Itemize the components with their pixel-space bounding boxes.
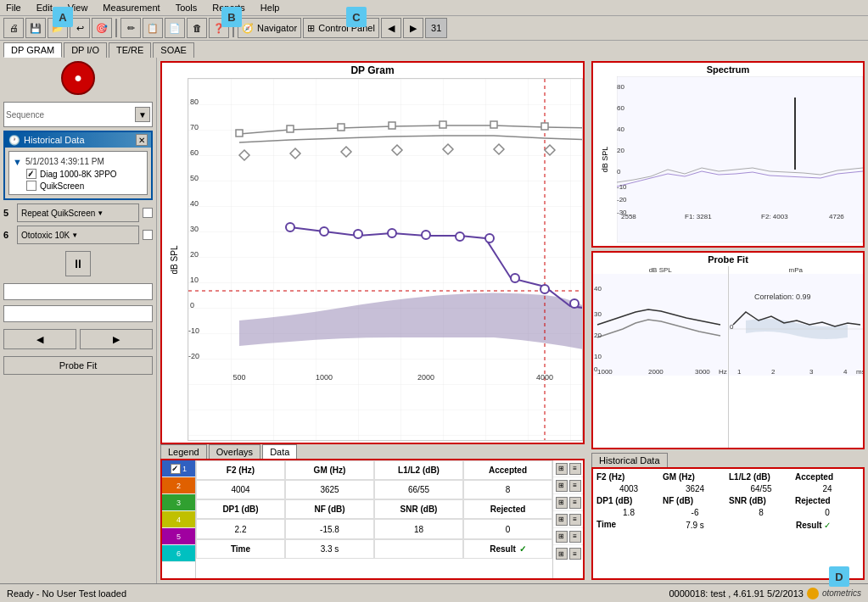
menu-file[interactable]: File	[3, 2, 24, 14]
small-action-2[interactable]: ▶	[80, 329, 153, 349]
menu-measurement[interactable]: Measurement	[100, 2, 162, 14]
color-num-4: 4	[176, 516, 181, 524]
hdt-time-label: Time	[596, 520, 661, 531]
sequence-label: Sequence	[6, 110, 44, 120]
sequence-expand[interactable]: ▼	[135, 107, 150, 122]
y-tick-n20: -20	[188, 352, 199, 360]
menu-help[interactable]: Help	[258, 2, 283, 14]
x-tick-500: 500	[232, 373, 245, 382]
dt-icon-grid-4[interactable]: ⊞	[556, 514, 568, 526]
input-field-2[interactable]	[3, 305, 153, 322]
input-field-1[interactable]	[3, 283, 153, 300]
pf-r-x-unit: ms	[856, 368, 864, 376]
tb-zoom2[interactable]: ▶	[403, 18, 423, 38]
tb-edit[interactable]: ✏	[120, 18, 141, 38]
row-5-num: 5	[3, 208, 14, 218]
tab-legend[interactable]: Legend	[160, 444, 207, 459]
historical-data-tab[interactable]: Historical Data	[591, 453, 668, 467]
c-9	[540, 285, 549, 293]
tab-soae[interactable]: SOAE	[153, 42, 194, 58]
sq-3	[338, 124, 344, 131]
row-5-checkbox[interactable]	[143, 208, 153, 218]
dt-time-val: 3.3 s	[285, 539, 374, 559]
tab-te-re[interactable]: TE/RE	[109, 42, 151, 58]
s-y-40: 40	[617, 125, 624, 133]
row-5-dropdown[interactable]: Repeat QuikScreen ▼	[17, 203, 139, 222]
dt-icon-menu-5[interactable]: ≡	[569, 531, 581, 543]
pf-x-unit: Hz	[719, 368, 727, 376]
tb-zoom[interactable]: ◀	[381, 18, 401, 38]
probe-fit-title: Probe Fit	[593, 253, 863, 266]
spectrum-y-label: dB SPL	[601, 147, 609, 173]
tb-control-panel[interactable]: ⊞ Control Panel	[303, 18, 379, 38]
tab-overlays[interactable]: Overlays	[209, 444, 260, 459]
hdt-header-rejected: Rejected	[795, 496, 860, 505]
pause-button[interactable]: ⏸	[65, 251, 91, 276]
y-tick-50: 50	[190, 174, 199, 182]
menu-bar: File Edit View Measurement Tools Reports…	[0, 0, 868, 16]
probe-fit-container: Probe Fit dB SPL 40 30 20	[591, 251, 865, 449]
dt-icon-row-2: ⊞ ≡	[553, 477, 583, 494]
tab-dp-io[interactable]: DP I/O	[64, 42, 107, 58]
historical-data-close[interactable]: ✕	[136, 134, 148, 146]
c-3	[354, 230, 362, 238]
dt-icon-row-4: ⊞ ≡	[553, 511, 583, 528]
hdt-result-cell: Result ✓	[795, 520, 860, 531]
dt-icon-grid-3[interactable]: ⊞	[556, 497, 568, 509]
hist-sub-item-1: ✓ Diag 1000-8K 3PPO	[26, 169, 143, 179]
dt-icon-menu-6[interactable]: ≡	[569, 548, 581, 560]
dt-icon-menu-3[interactable]: ≡	[569, 497, 581, 509]
bottom-tab-bar: Legend Overlays Data	[160, 444, 585, 459]
tb-paste[interactable]: 📄	[165, 18, 185, 38]
x-tick-2000: 2000	[417, 373, 434, 382]
dt-icon-grid-5[interactable]: ⊞	[556, 531, 568, 543]
tb-save[interactable]: 💾	[25, 18, 46, 38]
tab-data[interactable]: Data	[262, 444, 297, 459]
dp-gram-svg: 80 70 60 50 40 30 20 10 0 -10 -20	[188, 79, 582, 440]
color-checkbox-1[interactable]: ✓	[171, 464, 181, 474]
dt-icon-menu-4[interactable]: ≡	[569, 514, 581, 526]
s-x-2: F1: 3281	[685, 213, 712, 220]
historical-data-body: ▼ 5/1/2013 4:39:11 PM ✓ Diag 1000-8K 3PP…	[8, 151, 148, 195]
y-tick-60: 60	[190, 148, 199, 157]
tb-print[interactable]: 🖨	[3, 18, 24, 38]
data-table: ✓ 1 2 3 4 5 6 F2 (Hz) GM (Hz) L1/L2 (dB)	[160, 459, 585, 580]
expand-icon[interactable]: ▼	[13, 157, 22, 167]
dt-empty-1	[374, 539, 463, 559]
dt-icon-grid-6[interactable]: ⊞	[556, 548, 568, 560]
dt-icon-menu-1[interactable]: ≡	[569, 463, 581, 475]
row-6-checkbox[interactable]	[143, 230, 153, 240]
tb-copy[interactable]: 📋	[143, 18, 163, 38]
menu-edit[interactable]: Edit	[34, 2, 55, 14]
dt-icon-menu-2[interactable]: ≡	[569, 480, 581, 492]
tb-delete[interactable]: 🗑	[187, 18, 207, 38]
dt-val-l1l2: 66/55	[374, 480, 463, 499]
x-tick-1000: 1000	[316, 373, 333, 382]
s-y-80: 80	[617, 83, 624, 91]
tb-navigator[interactable]: 🧭 Navigator	[238, 18, 301, 38]
hdt-val-rejected: 0	[795, 507, 860, 518]
hdt-header-gm: GM (Hz)	[663, 472, 727, 482]
tb-target[interactable]: 🎯	[92, 18, 112, 38]
probe-fit-button[interactable]: Probe Fit	[3, 356, 153, 375]
dt-header-f2: F2 (Hz)	[196, 460, 285, 480]
hdt-val-accepted: 24	[795, 483, 860, 494]
tb-number[interactable]: 31	[425, 18, 447, 38]
dt-val-gm: 3625	[285, 480, 374, 499]
probe-fit-right-svg: Correlation: 0.99 1 2 3 4 ms 0	[729, 274, 864, 376]
sequence-area: Sequence ▼	[3, 102, 153, 127]
small-action-1[interactable]: ◀	[3, 329, 76, 349]
center-content: DP Gram dB SPL	[157, 58, 588, 583]
c-1	[286, 223, 294, 231]
hist-checkbox-1[interactable]: ✓	[26, 169, 36, 179]
probe-fit-right-label: mPa	[729, 266, 864, 274]
dt-icon-grid-2[interactable]: ⊞	[556, 480, 568, 492]
dp-gram-title: DP Gram	[162, 63, 583, 78]
record-button[interactable]: ●	[61, 61, 95, 95]
row-6-dropdown[interactable]: Ototoxic 10K ▼	[17, 226, 139, 244]
hist-checkbox-2[interactable]	[26, 181, 36, 191]
sq-4	[389, 122, 395, 129]
tab-dp-gram[interactable]: DP GRAM	[3, 42, 62, 58]
menu-tools[interactable]: Tools	[173, 2, 200, 14]
dt-icon-grid-1[interactable]: ⊞	[556, 463, 568, 475]
